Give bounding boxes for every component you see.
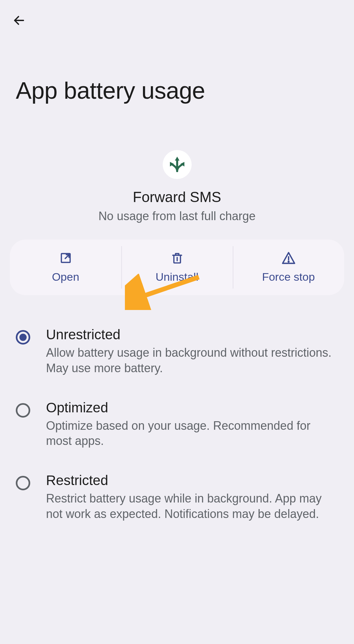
radio-restricted[interactable] bbox=[16, 476, 30, 490]
battery-options: Unrestricted Allow battery usage in back… bbox=[0, 315, 354, 534]
app-icon bbox=[163, 150, 192, 179]
option-desc: Optimize based on your usage. Recommende… bbox=[46, 418, 338, 449]
page-title: App battery usage bbox=[0, 28, 354, 104]
uninstall-button[interactable]: Uninstall bbox=[121, 240, 233, 295]
option-restricted[interactable]: Restricted Restrict battery usage while … bbox=[0, 461, 354, 534]
open-icon bbox=[59, 251, 72, 265]
app-usage-subtitle: No usage from last full charge bbox=[98, 209, 255, 223]
option-desc: Allow battery usage in background withou… bbox=[46, 345, 338, 376]
force-stop-label: Force stop bbox=[262, 270, 315, 283]
trash-icon bbox=[171, 251, 184, 265]
open-label: Open bbox=[52, 270, 79, 283]
option-title: Restricted bbox=[46, 473, 338, 488]
actions-bar: Open Uninstall Force stop bbox=[10, 240, 344, 295]
back-button[interactable] bbox=[12, 13, 26, 28]
app-name: Forward SMS bbox=[133, 189, 221, 205]
uninstall-label: Uninstall bbox=[155, 270, 198, 283]
svg-point-9 bbox=[288, 261, 289, 262]
radio-optimized[interactable] bbox=[16, 403, 30, 418]
warning-icon bbox=[281, 251, 296, 265]
force-stop-button[interactable]: Force stop bbox=[233, 240, 344, 295]
option-desc: Restrict battery usage while in backgrou… bbox=[46, 491, 338, 522]
option-title: Optimized bbox=[46, 400, 338, 416]
option-optimized[interactable]: Optimized Optimize based on your usage. … bbox=[0, 388, 354, 461]
svg-marker-1 bbox=[175, 157, 179, 161]
option-title: Unrestricted bbox=[46, 327, 338, 343]
open-button[interactable]: Open bbox=[10, 240, 121, 295]
forward-arrows-icon bbox=[167, 154, 188, 175]
option-unrestricted[interactable]: Unrestricted Allow battery usage in back… bbox=[0, 315, 354, 388]
arrow-left-icon bbox=[12, 14, 26, 27]
radio-unrestricted[interactable] bbox=[16, 330, 30, 345]
